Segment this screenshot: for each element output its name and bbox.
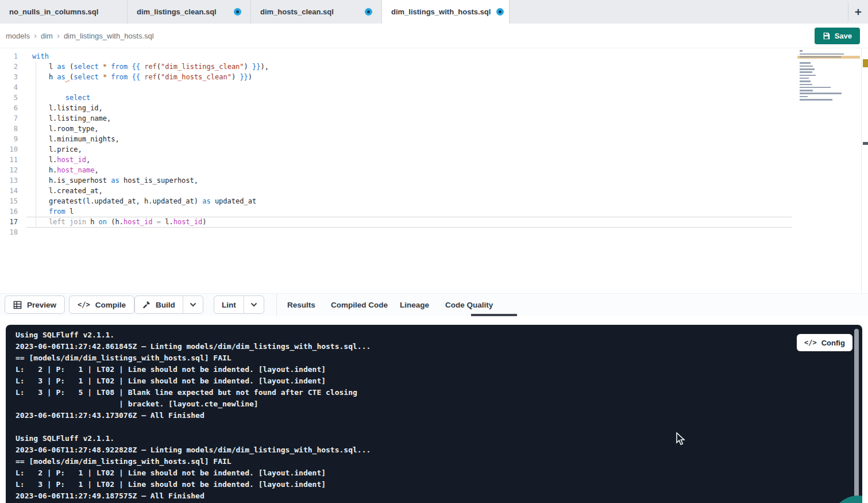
new-tab-button[interactable]: + — [848, 0, 868, 24]
file-tab-label: no_nulls_in_columns.sql — [9, 7, 98, 16]
file-tab-dim_listings_with_hosts[interactable]: dim_listings_with_hosts.sql — [382, 0, 510, 24]
file-tab-dim_listings_clean[interactable]: dim_listings_clean.sql — [128, 0, 251, 24]
code-line-10[interactable]: l.price, — [26, 144, 792, 155]
line-number: 1 — [0, 51, 26, 62]
minimap-line — [800, 96, 808, 98]
breadcrumb-row: models›dim›dim_listings_with_hosts.sql S… — [0, 24, 868, 48]
code-line-5[interactable]: select — [26, 93, 792, 103]
code-line-2[interactable]: l as (select * from {{ ref("dim_listings… — [26, 62, 792, 72]
minimap-line — [800, 53, 844, 55]
code-line-6[interactable]: l.listing_id, — [26, 103, 792, 113]
terminal-output: Using SQLFluff v2.1.1. 2023-06-06T11:27:… — [16, 329, 371, 502]
minimap-line — [800, 68, 815, 70]
minimap-line — [800, 99, 832, 101]
action-toolbar: Preview </> Compile Build Lint ResultsCo — [0, 293, 868, 316]
breadcrumb-item[interactable]: dim_listings_with_hosts.sql — [64, 32, 154, 40]
panel-tab-lineage[interactable]: Lineage — [400, 294, 429, 316]
code-editor[interactable]: 123456789101112131415161718 with l as (s… — [0, 48, 868, 293]
minimap-line — [800, 80, 811, 82]
build-button-group: Build — [134, 295, 203, 314]
minimap[interactable] — [797, 49, 860, 118]
minimap-line — [800, 75, 816, 76]
minimap-line — [800, 78, 809, 79]
code-line-9[interactable]: l.minimum_nights, — [26, 134, 792, 144]
line-number: 13 — [0, 175, 26, 186]
code-brackets-icon: </> — [804, 339, 817, 347]
config-button[interactable]: </> Config — [797, 334, 852, 351]
line-number: 15 — [0, 196, 26, 206]
breadcrumb-item[interactable]: dim — [41, 32, 53, 40]
file-tab-label: dim_listings_clean.sql — [137, 7, 217, 16]
panel-tab-results[interactable]: Results — [287, 294, 315, 316]
minimap-line — [800, 62, 811, 64]
help-fab-button[interactable] — [831, 496, 862, 503]
code-line-18[interactable] — [26, 227, 792, 237]
terminal-scrollbar[interactable] — [854, 329, 859, 500]
panel-tab-compiled-code[interactable]: Compiled Code — [331, 294, 388, 316]
active-panel-tab-underline — [471, 314, 517, 316]
lint-button[interactable]: Lint — [214, 296, 244, 313]
chevron-down-icon — [190, 302, 196, 307]
code-line-4[interactable] — [26, 82, 792, 93]
code-line-3[interactable]: h as (select * from {{ ref("dim_hosts_cl… — [26, 72, 792, 82]
hammer-icon — [142, 301, 151, 309]
line-number: 11 — [0, 155, 26, 165]
line-number: 5 — [0, 93, 26, 103]
unsaved-changes-icon — [234, 8, 241, 16]
breadcrumb: models›dim›dim_listings_with_hosts.sql — [6, 31, 154, 41]
terminal-panel[interactable]: Using SQLFluff v2.1.1. 2023-06-06T11:27:… — [6, 325, 862, 503]
minimap-line — [800, 56, 841, 58]
line-number: 18 — [0, 227, 26, 237]
code-line-7[interactable]: l.listing_name, — [26, 113, 792, 124]
code-line-1[interactable]: with — [26, 51, 792, 62]
breadcrumb-item[interactable]: models — [6, 32, 30, 40]
preview-grid-icon — [13, 301, 22, 309]
minimap-line — [800, 66, 813, 67]
code-line-11[interactable]: l.host_id, — [26, 155, 792, 165]
line-number: 2 — [0, 62, 26, 72]
line-number: 14 — [0, 186, 26, 196]
code-brackets-icon: </> — [78, 301, 90, 309]
preview-button[interactable]: Preview — [5, 295, 65, 314]
line-number: 9 — [0, 134, 26, 144]
code-line-17[interactable]: left join h on (h.host_id = l.host_id) — [26, 217, 792, 227]
minimap-line — [800, 87, 831, 89]
line-number: 4 — [0, 82, 26, 93]
code-line-14[interactable]: l.created_at, — [26, 186, 792, 196]
code-line-12[interactable]: h.host_name, — [26, 165, 792, 175]
line-number: 8 — [0, 124, 26, 134]
line-number: 16 — [0, 206, 26, 217]
minimap-line — [800, 71, 812, 73]
code-line-16[interactable]: from l — [26, 206, 792, 217]
minimap-line — [800, 93, 842, 94]
build-dropdown-toggle[interactable] — [183, 296, 203, 313]
compile-button[interactable]: </> Compile — [69, 295, 134, 314]
toolbar-divider — [276, 294, 277, 316]
chevron-right-icon: › — [57, 30, 60, 40]
panel-tab-code-quality[interactable]: Code Quality — [445, 294, 493, 316]
file-tab-label: dim_hosts_clean.sql — [260, 7, 334, 16]
line-number-gutter: 123456789101112131415161718 — [0, 51, 26, 237]
line-number: 7 — [0, 113, 26, 124]
save-button[interactable]: Save — [815, 28, 860, 44]
line-number: 10 — [0, 144, 26, 155]
unsaved-changes-icon — [365, 8, 372, 16]
chevron-right-icon: › — [34, 30, 37, 40]
tabbar-filler — [510, 0, 848, 24]
chevron-down-icon — [250, 302, 257, 307]
unsaved-changes-icon — [496, 8, 504, 16]
code-line-8[interactable]: l.room_type, — [26, 124, 792, 134]
build-button[interactable]: Build — [135, 296, 183, 313]
file-tab-no_nulls_in_columns[interactable]: no_nulls_in_columns.sql — [0, 0, 128, 24]
line-number: 17 — [0, 217, 26, 227]
minimap-line — [800, 50, 803, 52]
file-tab-dim_hosts_clean[interactable]: dim_hosts_clean.sql — [251, 0, 382, 24]
minimap-line — [800, 84, 812, 86]
lint-dropdown-toggle[interactable] — [244, 296, 264, 313]
file-tabbar: no_nulls_in_columns.sqldim_listings_clea… — [0, 0, 868, 24]
line-number: 3 — [0, 72, 26, 82]
code-area[interactable]: with l as (select * from {{ ref("dim_lis… — [26, 51, 792, 237]
editor-right-separator — [861, 48, 862, 293]
code-line-15[interactable]: greatest(l.updated_at, h.updated_at) as … — [26, 196, 792, 206]
code-line-13[interactable]: h.is_superhost as host_is_superhost, — [26, 175, 792, 186]
